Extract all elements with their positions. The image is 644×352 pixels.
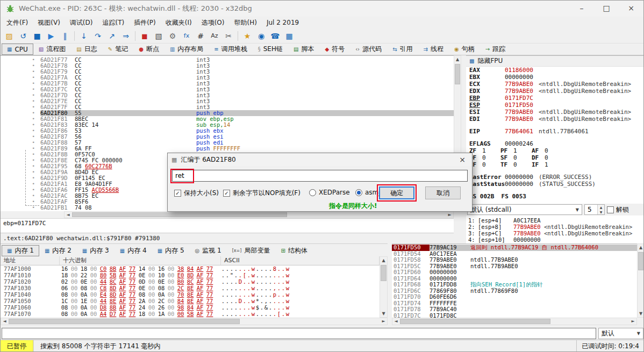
dump-vscrollbar[interactable]: ▲ ▼ [380,256,388,318]
tab-script[interactable]: ▤脚本 [288,44,319,55]
flag-value[interactable]: 0 [545,154,560,161]
scroll-left-icon[interactable]: ◄ [392,318,399,325]
handles-tool-button[interactable]: ◉ [255,30,268,42]
disasm-row[interactable]: •6AD21F7FCCint3 [1,104,454,110]
snippets-button[interactable]: ✂ [222,30,235,42]
menu-item[interactable]: 视图(V) [33,17,65,29]
argument-line[interactable]: 2:[esp+8]77B9ABE0 <ntdll.DbgUiRemoteBrea… [466,224,644,230]
stack-row[interactable]: 0171FD70D60FE6D6 [392,294,637,300]
flag-value[interactable]: 1 [482,147,497,154]
dump-pane[interactable]: 地址 十六进制 ASCII 77AF100016001800C08BAF7714… [1,256,380,318]
stack-row[interactable]: 0171FD6400000000 [392,276,637,282]
disasm-hscrollbar[interactable]: ◄ ► [64,211,454,218]
breakpoint-dot[interactable]: • [1,75,40,81]
register-value[interactable]: 0171FD50 [505,102,533,109]
scroll-thumb[interactable] [400,319,550,324]
dialog-title-bar[interactable]: ▦ 汇编于 6AD21F80 × [168,153,472,166]
stack-vscrollbar[interactable]: ▲ ▼ [637,243,644,318]
tab-memory-2[interactable]: ▦内存 2 [39,245,77,256]
keep-size-checkbox[interactable]: ✓ 保持大小(S) [174,189,219,198]
register-value[interactable]: 00000246 [505,140,533,147]
tab-struct[interactable]: ⊞结构体 [275,245,312,256]
stack-pane[interactable]: 0171FD5077B9AC19返回到 ntdll.77B9AC19 自 ntd… [392,243,637,318]
disasm-row[interactable]: •6AD21F8756push esi [1,134,454,140]
command-input[interactable] [2,328,596,339]
register-value[interactable]: 77B64061 [505,128,533,135]
register-value[interactable]: 0171FD7C [505,95,533,102]
flag-value[interactable]: 0 [513,154,528,161]
step-over-button[interactable]: ↷ [91,30,104,42]
breakpoint-dot[interactable]: • [1,140,40,146]
close-button[interactable]: × [619,1,643,17]
dump-hscrollbar[interactable]: ◄ ► [1,318,388,325]
scroll-up-icon[interactable]: ▲ [454,56,461,63]
disasm-row[interactable]: •6AD21F7DCCint3 [1,92,454,98]
flag-value[interactable]: 0 [513,161,528,168]
tab-seh[interactable]: §SEH链 [253,44,288,55]
open-file-button[interactable]: ▨ [3,30,16,42]
scroll-right-icon[interactable]: ► [380,318,387,325]
dump-row[interactable]: 77AF103006000800C88DAF770E0008002C8EAF77… [1,285,380,291]
disasm-row[interactable]: •6AD21F8383EC 14sub esp,14 [1,122,454,128]
cancel-button[interactable]: 取消 [425,186,461,199]
tab-watch-1[interactable]: ◎监视 1 [190,245,227,256]
tab-symbols[interactable]: ◆符号 [319,44,350,55]
menu-item[interactable]: 调试(D) [65,17,98,29]
tab-breakpoints[interactable]: ●断点 [133,44,164,55]
minimize-button[interactable]: – [569,1,594,17]
tab-threads[interactable]: ⇉线程 [418,44,449,55]
stack-row[interactable]: 0171FD680171FDD8指向SEH_Record[1]的指针 [392,282,637,288]
register-value[interactable]: 00000000 [505,174,533,181]
tab-trace[interactable]: →跟踪 [480,44,511,55]
breakpoint-dot[interactable]: • [1,134,40,140]
dump-row[interactable]: 77AF106008000A00D88BAF77240026009884AF77… [1,304,380,311]
stack-row[interactable]: 0171FD6C77869F80ntdll.77869F80 [392,288,637,294]
scroll-right-icon[interactable]: ► [629,318,636,325]
stack-row[interactable]: 0171FD5C77B9ABE0ntdll.77B9ABE0 [392,263,637,270]
vertical-splitter[interactable] [461,55,466,242]
scroll-thumb[interactable] [455,64,460,84]
scroll-thumb[interactable] [72,212,287,217]
arg-count-spinner[interactable]: 5 ▲ ▼ [584,204,605,215]
tab-handles[interactable]: ◉句柄 [449,44,480,55]
breakpoint-dot[interactable]: • [1,116,40,122]
flag-value[interactable]: 1 [545,161,560,168]
hash-button[interactable]: # [194,30,207,42]
pause-button[interactable]: ∥ [59,30,71,42]
unlock-checkbox[interactable]: 解锁 [607,205,629,214]
breakpoint-dot[interactable]: • [1,104,40,110]
dump-row[interactable]: 77AF107008000A00A4D7AF7718001A00005BAF77… [1,311,380,317]
flag-value[interactable]: 1 [513,147,528,154]
phone-button[interactable]: ☎ [269,30,282,42]
breakpoint-dot[interactable]: • [1,128,40,134]
calculator-button[interactable]: fx [180,30,193,42]
dump-row[interactable]: 77AF102002000E00448CAF770D000E00B08CAF77… [1,278,380,285]
menu-item[interactable]: 插件(P) [129,17,161,29]
scroll-down-icon[interactable]: ▼ [380,310,387,317]
breakpoint-dot[interactable]: • [1,57,40,63]
dump-header-ascii[interactable]: ASCII [221,256,380,265]
disasm-row[interactable]: •6AD21F896A FFpush FFFFFFFF [1,146,454,152]
menu-item[interactable]: 帮助(H) [229,17,261,29]
trace-record-button[interactable]: ◼ [138,30,151,42]
tab-log[interactable]: ▤日志 [71,44,102,55]
disasm-row[interactable]: •6AD21F77CCint3 [1,57,454,63]
tab-memory-map[interactable]: ▥内存布局 [164,44,209,55]
argument-line[interactable]: 4:[esp+10]00000000 [466,236,644,243]
memory-tool-button[interactable]: ▦ [283,30,296,42]
argument-line[interactable]: 3:[esp+C]77B9ABE0 <ntdll.DbgUiRemoteBrea… [466,230,644,236]
stack-row[interactable]: 0171FD54A0C17EEA [392,251,637,257]
menu-item[interactable]: Jul 2 2019 [262,17,304,28]
run-to-user-code-button[interactable]: ⇒ [119,30,132,42]
breakpoint-dot[interactable]: • [1,122,40,128]
stack-row[interactable]: 0171FD7877B9AC40 [392,306,637,313]
flag-value[interactable]: 0 [482,161,497,168]
scroll-left-icon[interactable]: ◄ [65,212,71,218]
patches-button[interactable]: ▧ [152,30,165,42]
breakpoint-dot[interactable]: • [1,63,40,69]
tab-cpu[interactable]: ▦CPU [2,44,33,55]
disasm-row[interactable]: •6AD21F79CCint3 [1,69,454,75]
disasm-row[interactable]: •6AD21F78CCint3 [1,63,454,69]
dump-header-address[interactable]: 地址 [1,256,60,265]
tab-locals[interactable]: [x=]局部变量 [227,245,276,256]
